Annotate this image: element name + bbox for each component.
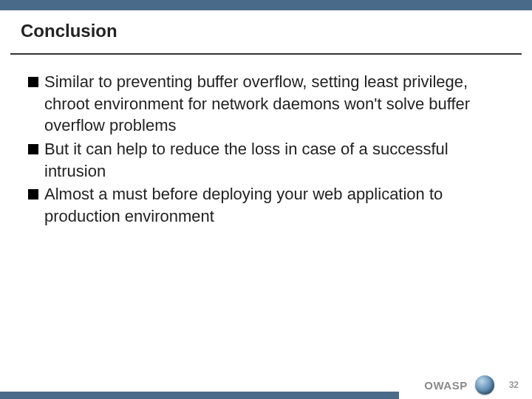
bullet-text: But it can help to reduce the loss in ca…: [44, 138, 502, 182]
square-bullet-icon: [28, 77, 38, 87]
page-number: 32: [509, 380, 519, 390]
square-bullet-icon: [28, 144, 38, 154]
footer-right: OWASP 32: [424, 375, 519, 395]
slide-content: Similar to preventing buffer overflow, s…: [0, 55, 532, 228]
square-bullet-icon: [28, 189, 38, 200]
bullet-item: Almost a must before deploying your web …: [28, 183, 502, 227]
bullet-item: Similar to preventing buffer overflow, s…: [28, 71, 502, 137]
footer-accent-bar: [0, 392, 399, 399]
bullet-text: Similar to preventing buffer overflow, s…: [44, 71, 502, 137]
globe-icon: [475, 375, 494, 395]
bullet-text: Almost a must before deploying your web …: [44, 183, 502, 227]
org-label: OWASP: [424, 379, 467, 392]
bullet-item: But it can help to reduce the loss in ca…: [28, 138, 502, 182]
slide-title: Conclusion: [21, 21, 532, 41]
title-area: Conclusion: [0, 10, 532, 46]
top-accent-bar: [0, 0, 532, 10]
slide-footer: OWASP 32: [0, 369, 532, 399]
